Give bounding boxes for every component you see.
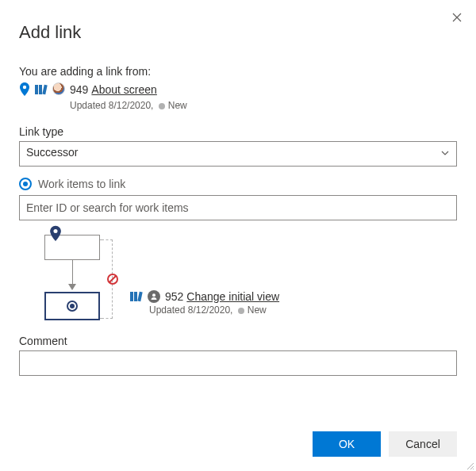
book-icon	[35, 84, 48, 95]
diagram-dashed-lead	[100, 239, 103, 240]
linked-meta: Updated 8/12/2020, New	[149, 304, 279, 316]
diagram-dashed-lead2	[100, 318, 103, 319]
source-updated: Updated 8/12/2020,	[70, 100, 153, 111]
link-diagram	[19, 228, 119, 324]
cancel-button[interactable]: Cancel	[389, 431, 457, 457]
work-items-search-input[interactable]	[19, 195, 457, 220]
link-diagram-area: 952Change initial view Updated 8/12/2020…	[19, 228, 457, 324]
target-marker-icon	[67, 301, 78, 312]
source-state: New	[168, 100, 187, 111]
linked-work-item: 952Change initial view Updated 8/12/2020…	[130, 290, 279, 316]
close-icon	[452, 13, 462, 22]
dialog-title: Add link	[19, 22, 457, 43]
source-work-item: 949About screen Updated 8/12/2020, New	[19, 82, 457, 113]
forbidden-icon	[106, 273, 119, 285]
svg-line-11	[467, 463, 474, 469]
svg-rect-8	[134, 292, 137, 301]
dialog-footer: OK Cancel	[313, 431, 457, 457]
arrow-line	[72, 260, 73, 285]
linked-state: New	[248, 304, 267, 316]
state-dot-icon	[238, 308, 244, 314]
close-button[interactable]	[447, 8, 466, 27]
linked-updated: Updated 8/12/2020,	[149, 304, 232, 316]
pin-icon	[49, 225, 62, 245]
linked-title-link[interactable]: Change initial view	[186, 290, 279, 303]
work-items-label: Work items to link	[38, 178, 125, 190]
avatar	[52, 82, 65, 95]
source-title-link[interactable]: About screen	[91, 83, 157, 96]
link-type-value: Successor	[26, 146, 78, 159]
arrow-head-icon	[68, 284, 76, 290]
intro-text: You are adding a link from:	[19, 65, 457, 78]
pin-icon	[19, 82, 30, 97]
source-meta: Updated 8/12/2020, New	[70, 98, 187, 113]
target-icon	[19, 178, 32, 190]
svg-point-4	[53, 229, 57, 233]
svg-rect-1	[35, 85, 38, 94]
work-items-section-header: Work items to link	[19, 178, 457, 190]
svg-rect-3	[42, 85, 47, 95]
svg-point-0	[23, 86, 26, 89]
svg-rect-2	[39, 85, 42, 94]
link-type-label: Link type	[19, 125, 457, 138]
source-id: 949	[70, 83, 88, 96]
svg-rect-7	[130, 292, 133, 301]
svg-line-13	[473, 469, 474, 469]
chevron-down-icon	[440, 147, 450, 160]
diagram-target-box	[44, 292, 100, 320]
svg-point-10	[152, 293, 155, 297]
svg-line-6	[109, 276, 116, 282]
resize-grip-icon[interactable]	[465, 460, 474, 469]
linked-id: 952	[165, 290, 183, 303]
comment-input[interactable]	[19, 350, 457, 376]
book-icon	[130, 291, 143, 302]
link-type-select[interactable]: Successor	[19, 141, 457, 167]
ok-button[interactable]: OK	[313, 431, 381, 457]
unassigned-icon	[148, 290, 160, 303]
svg-rect-9	[137, 292, 142, 302]
state-dot-icon	[159, 103, 165, 109]
comment-label: Comment	[19, 335, 457, 347]
source-id-title[interactable]: 949About screen	[70, 83, 157, 96]
